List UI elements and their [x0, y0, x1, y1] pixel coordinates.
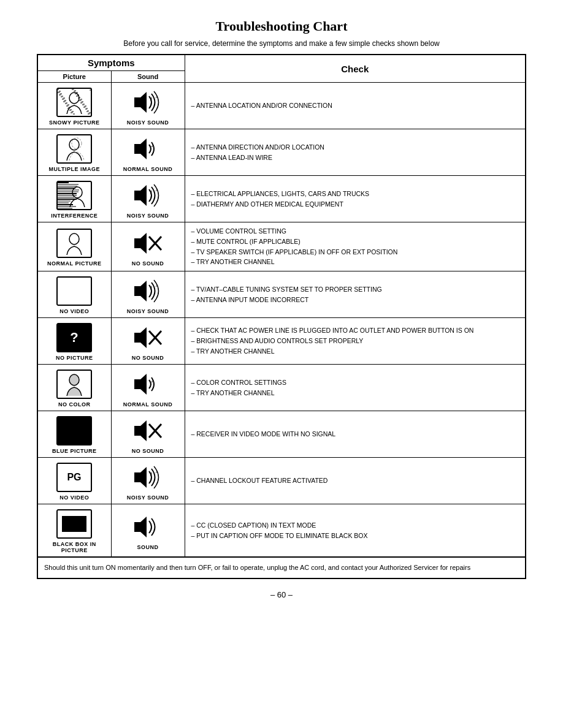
svg-point-61 — [69, 93, 79, 104]
svg-rect-127 — [62, 516, 86, 532]
picture-cell-5: ? NO PICTURE — [37, 318, 111, 365]
svg-rect-38 — [85, 108, 87, 110]
symptoms-header: Symptoms — [37, 55, 185, 71]
svg-rect-12 — [73, 113, 75, 115]
check-header: Check — [185, 55, 526, 83]
svg-marker-70 — [140, 138, 147, 159]
svg-rect-106 — [134, 333, 140, 343]
page-title: Troubleshooting Chart — [37, 18, 526, 34]
svg-rect-58 — [72, 89, 74, 90]
svg-text:♪: ♪ — [150, 284, 153, 290]
page-number: – 60 – — [37, 590, 526, 599]
sound-cell-6: ♪ NORMAL SOUND — [111, 365, 185, 411]
sound-cell-2: ♪ ♪ NOISY SOUND — [111, 176, 185, 222]
svg-marker-107 — [140, 327, 147, 348]
svg-rect-43 — [74, 91, 75, 92]
svg-rect-52 — [79, 100, 81, 101]
svg-rect-122 — [134, 472, 140, 482]
svg-rect-100 — [134, 286, 140, 296]
check-cell-6: COLOR CONTROL SETTINGSTRY ANOTHER CHANNE… — [185, 365, 526, 411]
svg-text:♪: ♪ — [155, 187, 158, 192]
picture-cell-3: NORMAL PICTURE — [37, 222, 111, 271]
sound-cell-5: NO SOUND — [111, 318, 185, 365]
sound-header: Sound — [111, 71, 185, 83]
picture-cell-2: INTERFERENCE — [37, 176, 111, 222]
svg-rect-115 — [57, 417, 91, 445]
svg-rect-95 — [134, 238, 140, 248]
check-cell-5: CHECK THAT AC POWER LINE IS PLUGGED INTO… — [185, 318, 526, 365]
picture-cell-7: BLUE PICTURE — [37, 411, 111, 458]
check-cell-0: ANTENNA LOCATION AND/OR CONNECTION — [185, 83, 526, 129]
svg-point-111 — [69, 374, 79, 385]
svg-rect-99 — [57, 277, 91, 305]
check-cell-3: VOLUME CONTROL SETTINGMUTE CONTROL (IF A… — [185, 222, 526, 271]
sound-cell-1: ♪ NORMAL SOUND — [111, 129, 185, 176]
svg-rect-116 — [134, 426, 140, 436]
svg-rect-89 — [134, 191, 140, 200]
svg-marker-63 — [140, 92, 147, 113]
svg-rect-40 — [61, 96, 63, 97]
svg-rect-59 — [76, 96, 78, 97]
svg-marker-117 — [140, 420, 147, 441]
sound-cell-3: NO SOUND — [111, 222, 185, 271]
svg-marker-123 — [140, 467, 147, 488]
svg-text:?: ? — [71, 330, 79, 345]
svg-rect-53 — [83, 107, 85, 108]
svg-rect-60 — [80, 102, 82, 104]
svg-rect-16 — [57, 89, 59, 90]
sound-cell-7: NO SOUND — [111, 411, 185, 458]
picture-cell-9: BLACK BOX IN PICTURE — [37, 504, 111, 558]
svg-rect-48 — [62, 99, 64, 100]
svg-text:♪: ♪ — [150, 470, 153, 477]
footnote: Should this unit turn ON momentarily and… — [37, 558, 526, 579]
svg-text:♪: ♪ — [150, 188, 153, 195]
svg-rect-112 — [134, 379, 140, 389]
svg-marker-129 — [140, 517, 147, 537]
svg-text:♪: ♪ — [155, 469, 158, 474]
svg-marker-101 — [140, 281, 147, 301]
page-subtitle: Before you call for service, determine t… — [37, 39, 526, 48]
svg-point-94 — [69, 233, 79, 245]
check-cell-4: TV/ANT–CABLE TUNING SYSTEM SET TO PROPER… — [185, 271, 526, 318]
svg-rect-46 — [86, 111, 88, 112]
check-cell-7: RECEIVER IN VIDEO MODE WITH NO SIGNAL — [185, 411, 526, 458]
svg-rect-39 — [90, 89, 91, 91]
svg-marker-90 — [140, 185, 147, 206]
svg-rect-69 — [134, 144, 140, 154]
svg-marker-96 — [140, 233, 147, 254]
svg-rect-56 — [63, 101, 65, 102]
svg-marker-113 — [140, 374, 147, 395]
svg-text:♪: ♪ — [151, 142, 154, 148]
picture-cell-0: SNOWY PICTURE — [37, 83, 111, 129]
troubleshooting-table: Symptoms Check Picture Sound SNOWY PICTU… — [37, 54, 526, 558]
picture-cell-4: NO VIDEO — [37, 271, 111, 318]
sound-cell-8: ♪ ♪ NOISY SOUND — [111, 458, 185, 504]
svg-text:♪: ♪ — [155, 94, 158, 99]
svg-point-88 — [72, 187, 82, 198]
svg-text:PG: PG — [67, 472, 82, 482]
svg-text:♪: ♪ — [151, 377, 154, 384]
svg-text:♪: ♪ — [155, 282, 158, 288]
check-cell-8: CHANNEL LOCKOUT FEATURE ACTIVATED — [185, 458, 526, 504]
check-cell-1: ANTENNA DIRECTION AND/OR LOCATIONANTENNA… — [185, 129, 526, 176]
picture-cell-6: NO COLOR — [37, 365, 111, 411]
svg-rect-128 — [134, 522, 140, 532]
picture-cell-1: MULTIPLE IMAGE — [37, 129, 111, 176]
check-cell-2: ELECTRICAL APPLIANCES, LIGHTS, CARS AND … — [185, 176, 526, 222]
picture-header: Picture — [37, 71, 111, 83]
svg-rect-45 — [82, 104, 84, 105]
svg-rect-54 — [88, 113, 90, 115]
svg-rect-62 — [134, 97, 140, 107]
svg-rect-42 — [69, 110, 71, 111]
check-cell-9: CC (CLOSED CAPTION) IN TEXT MODEPUT IN C… — [185, 504, 526, 558]
svg-rect-41 — [65, 103, 67, 104]
sound-cell-0: ♪ ♪ NOISY SOUND — [111, 83, 185, 129]
svg-rect-50 — [71, 112, 72, 113]
svg-rect-55 — [59, 94, 61, 96]
svg-rect-49 — [66, 105, 68, 107]
sound-cell-9: SOUND — [111, 504, 185, 558]
picture-cell-8: PG NO VIDEO — [37, 458, 111, 504]
svg-text:♪: ♪ — [150, 95, 153, 102]
svg-rect-47 — [58, 92, 59, 93]
sound-cell-4: ♪ ♪ NOISY SOUND — [111, 271, 185, 318]
